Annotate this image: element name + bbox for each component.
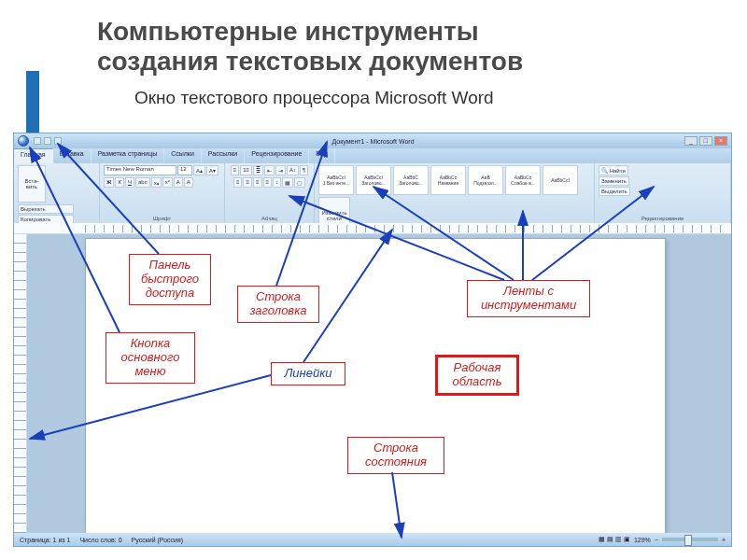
group-paragraph: ≡ 1≡ ≣ ⇤ ⇥ A↕ ¶ ≡ ≡ ≡ ≡ ↕ ▦ ▢	[225, 163, 315, 223]
highlight-icon[interactable]: A	[174, 177, 183, 188]
underline-icon[interactable]: Ч	[125, 177, 134, 188]
minimize-button[interactable]: _	[684, 136, 698, 146]
indent-dec-icon[interactable]: ⇤	[264, 165, 275, 175]
title-line1: Компьютерные инструменты	[97, 17, 479, 46]
tab-layout[interactable]: Разметка страницы	[92, 148, 165, 163]
close-button[interactable]: ×	[714, 136, 727, 146]
group-clipboard: Вста-вить Вырезать Копировать Формат по …	[14, 163, 100, 223]
ribbon-tabs: Главная Вставка Разметка страницы Ссылки…	[14, 148, 731, 163]
ruler-horizontal[interactable]	[14, 223, 731, 234]
status-words: Число слов: 0	[79, 537, 121, 543]
callout-rulers: Линейки	[271, 362, 345, 385]
show-marks-icon[interactable]: ¶	[300, 165, 308, 175]
ribbon: Вста-вить Вырезать Копировать Формат по …	[14, 163, 731, 223]
qat-undo-icon[interactable]	[44, 137, 51, 145]
callout-statusbar: Строкасостояния	[347, 437, 444, 474]
ruler-vertical[interactable]	[14, 234, 27, 533]
group-paragraph-label: Абзац	[229, 216, 310, 221]
justify-icon[interactable]: ≡	[263, 177, 273, 188]
font-name-select[interactable]: Times New Roman	[104, 165, 176, 175]
grow-font-icon[interactable]: A▴	[193, 165, 205, 175]
style-item[interactable]: AaBbCcНазвание	[430, 165, 466, 195]
find-button[interactable]: 🔍 Найти	[599, 165, 628, 175]
qat-redo-icon[interactable]	[54, 137, 62, 145]
bullets-icon[interactable]: ≡	[231, 165, 240, 175]
align-right-icon[interactable]: ≡	[253, 177, 262, 188]
quick-access-toolbar	[18, 135, 62, 147]
multilevel-icon[interactable]: ≣	[253, 165, 263, 175]
tab-home[interactable]: Главная	[14, 148, 53, 163]
numbering-icon[interactable]: 1≡	[240, 165, 252, 175]
align-left-icon[interactable]: ≡	[233, 177, 243, 188]
callout-ribbon: Ленты синструментами	[467, 280, 590, 317]
paste-button[interactable]: Вста-вить	[18, 165, 46, 203]
shrink-font-icon[interactable]: A▾	[206, 165, 218, 175]
titlebar: Документ1 - Microsoft Word _ □ ×	[14, 133, 731, 148]
tab-insert[interactable]: Вставка	[53, 148, 92, 163]
office-button[interactable]	[18, 135, 29, 147]
group-editing: 🔍 Найти Заменить Выделить Редактирование	[595, 163, 731, 223]
subscript-icon[interactable]: x₂	[151, 177, 162, 188]
slide-title: Компьютерные инструменты создания тексто…	[97, 17, 523, 77]
window-title: Документ1 - Microsoft Word	[331, 138, 414, 145]
title-line2: создания текстовых документов	[97, 47, 523, 76]
group-font: Times New Roman 12 A▴ A▾ Ж К Ч abc x₂ x²…	[100, 163, 225, 223]
document-area	[14, 234, 731, 533]
strike-icon[interactable]: abc	[135, 177, 150, 188]
group-editing-label: Редактирование	[599, 216, 726, 221]
callout-orb: Кнопкаосновногоменю	[106, 332, 195, 384]
sort-icon[interactable]: A↕	[287, 165, 299, 175]
callout-workarea: Рабочаяобласть	[435, 355, 519, 396]
style-item[interactable]: AaBbCcСлабое в...	[505, 165, 541, 195]
style-item[interactable]: AaBbCcI	[543, 165, 578, 195]
style-item[interactable]: AaBbCcIЗаголово...	[356, 165, 391, 195]
view-buttons[interactable]: ▦ ▤ ▥ ▣	[599, 536, 630, 543]
zoom-value: 129%	[634, 537, 651, 543]
status-page: Страница: 1 из 1	[20, 537, 70, 543]
tab-references[interactable]: Ссылки	[164, 148, 202, 163]
callout-titlebar: Строказаголовка	[237, 286, 319, 323]
style-item[interactable]: AaBbCcI1 Без инте...	[318, 165, 354, 195]
indent-inc-icon[interactable]: ⇥	[275, 165, 286, 175]
tab-mailings[interactable]: Рассылки	[202, 148, 245, 163]
tab-review[interactable]: Рецензирование	[245, 148, 309, 163]
group-styles: AaBbCcI1 Без инте... AaBbCcIЗаголово... …	[315, 163, 595, 223]
line-spacing-icon[interactable]: ↕	[273, 177, 281, 188]
shading-icon[interactable]: ▦	[282, 177, 293, 188]
italic-icon[interactable]: К	[115, 177, 124, 188]
group-font-label: Шрифт	[104, 216, 220, 221]
replace-button[interactable]: Заменить	[599, 176, 629, 186]
cut-button[interactable]: Вырезать	[18, 204, 74, 214]
borders-icon[interactable]: ▢	[294, 177, 305, 188]
callout-qat: Панельбыстрогодоступа	[129, 254, 211, 305]
slide-subtitle: Окно текстового процессора Microsoft Wor…	[134, 88, 494, 108]
align-center-icon[interactable]: ≡	[243, 177, 252, 188]
qat-save-icon[interactable]	[34, 137, 41, 145]
window-controls: _ □ ×	[684, 136, 727, 146]
select-button[interactable]: Выделить	[599, 187, 630, 196]
superscript-icon[interactable]: x²	[162, 177, 173, 188]
maximize-button[interactable]: □	[699, 136, 712, 146]
font-size-select[interactable]: 12	[177, 165, 192, 175]
style-item[interactable]: AaBbCЗаголово...	[393, 165, 429, 195]
bold-icon[interactable]: Ж	[104, 177, 114, 188]
status-lang: Русский (Россия)	[132, 537, 184, 543]
accent-bar	[26, 71, 39, 142]
tab-view[interactable]: Вид	[309, 148, 335, 163]
font-color-icon[interactable]: A	[184, 177, 193, 188]
style-item[interactable]: AaBПодзагол...	[468, 165, 503, 195]
zoom-slider[interactable]	[662, 538, 718, 541]
zoom-out-icon[interactable]: −	[655, 537, 658, 543]
status-bar: Страница: 1 из 1 Число слов: 0 Русский (…	[14, 533, 731, 546]
zoom-in-icon[interactable]: +	[722, 537, 726, 543]
